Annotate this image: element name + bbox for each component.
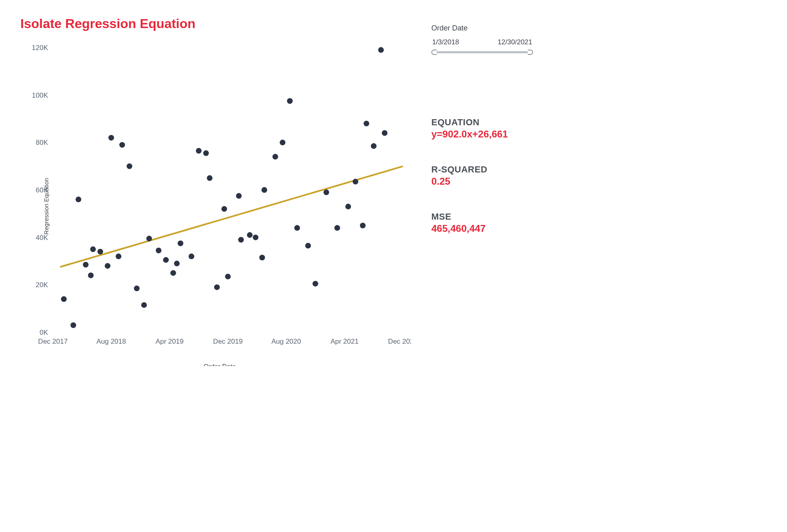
side-column: Order Date 1/3/2018 12/30/2021 EQUATION … — [419, 35, 533, 366]
data-point[interactable] — [214, 284, 220, 290]
data-point[interactable] — [196, 148, 201, 154]
data-point[interactable] — [90, 246, 96, 252]
data-point[interactable] — [127, 164, 132, 169]
mse-label: MSE — [431, 211, 533, 222]
x-tick-label: Dec 2021 — [388, 338, 411, 345]
data-point[interactable] — [262, 187, 267, 193]
layout-row: Regression Equation 0K20K40K60K80K100K12… — [20, 35, 533, 366]
data-point[interactable] — [178, 240, 184, 246]
data-point[interactable] — [287, 98, 293, 104]
y-axis-label: Regression Equation — [43, 178, 50, 234]
data-point[interactable] — [207, 175, 212, 181]
data-point[interactable] — [163, 257, 169, 263]
data-point[interactable] — [305, 243, 311, 249]
data-point[interactable] — [238, 237, 244, 243]
slider-track — [434, 51, 531, 53]
data-point[interactable] — [171, 270, 176, 276]
y-tick-label: 100K — [32, 92, 48, 99]
data-point[interactable] — [221, 206, 227, 212]
data-point[interactable] — [324, 190, 329, 195]
r-squared-label: R-SQUARED — [431, 164, 533, 175]
data-point[interactable] — [360, 223, 365, 229]
data-point[interactable] — [236, 193, 242, 199]
data-point[interactable] — [280, 140, 285, 145]
x-tick-label: Dec 2019 — [213, 338, 243, 345]
y-tick-label: 80K — [36, 139, 48, 146]
data-point[interactable] — [108, 135, 114, 141]
data-point[interactable] — [88, 273, 94, 278]
data-point[interactable] — [203, 150, 209, 156]
data-point[interactable] — [76, 196, 81, 202]
data-point[interactable] — [174, 261, 180, 266]
mse-value: 465,460,447 — [431, 223, 533, 234]
data-point[interactable] — [382, 130, 387, 136]
r-squared-value: 0.25 — [431, 176, 533, 187]
chart-column: Regression Equation 0K20K40K60K80K100K12… — [20, 35, 419, 366]
data-point[interactable] — [378, 47, 384, 53]
data-point[interactable] — [253, 235, 258, 240]
data-point[interactable] — [134, 286, 140, 291]
y-tick-label: 120K — [32, 44, 48, 52]
equation-block: EQUATION y=902.0x+26,661 — [431, 117, 533, 140]
data-point[interactable] — [225, 274, 231, 279]
date-filter-label: Order Date — [431, 24, 533, 33]
data-point[interactable] — [70, 323, 76, 328]
data-point[interactable] — [247, 232, 253, 238]
y-tick-label: 20K — [36, 281, 48, 289]
x-tick-label: Aug 2020 — [271, 338, 301, 345]
y-tick-label: 40K — [36, 234, 48, 242]
x-axis-label: Order Date — [203, 363, 236, 366]
date-range-slider[interactable] — [431, 48, 533, 56]
r-squared-block: R-SQUARED 0.25 — [431, 164, 533, 187]
slider-handle-start[interactable] — [431, 50, 437, 55]
chart-container: Regression Equation 0K20K40K60K80K100K12… — [20, 44, 419, 366]
dashboard-frame: Isolate Regression Equation Regression E… — [0, 0, 553, 366]
data-point[interactable] — [156, 248, 162, 253]
date-filter-end: 12/30/2021 — [498, 38, 532, 46]
data-point[interactable] — [97, 249, 103, 255]
y-tick-label: 0K — [39, 329, 48, 336]
regression-scatter-chart: 0K20K40K60K80K100K120KDec 2017Aug 2018Ap… — [20, 44, 411, 357]
x-tick-label: Aug 2018 — [96, 338, 126, 345]
data-point[interactable] — [313, 281, 318, 286]
regression-line — [60, 166, 403, 267]
x-tick-label: Apr 2019 — [155, 338, 184, 345]
data-point[interactable] — [61, 296, 67, 302]
data-point[interactable] — [188, 253, 194, 259]
date-filter-range: 1/3/2018 12/30/2021 — [431, 38, 533, 46]
equation-value: y=902.0x+26,661 — [431, 129, 533, 140]
data-point[interactable] — [294, 225, 300, 231]
equation-label: EQUATION — [431, 117, 533, 128]
data-point[interactable] — [272, 154, 278, 159]
x-tick-label: Dec 2017 — [38, 338, 68, 345]
data-point[interactable] — [345, 204, 351, 209]
data-point[interactable] — [119, 142, 125, 148]
data-point[interactable] — [259, 255, 265, 260]
data-point[interactable] — [141, 302, 147, 308]
data-point[interactable] — [334, 225, 340, 231]
data-point[interactable] — [105, 263, 110, 269]
data-point[interactable] — [353, 179, 359, 185]
data-point[interactable] — [146, 236, 152, 242]
data-point[interactable] — [363, 121, 369, 126]
data-point[interactable] — [116, 253, 121, 259]
x-tick-label: Apr 2021 — [330, 338, 359, 345]
data-point[interactable] — [371, 143, 376, 149]
date-filter-start: 1/3/2018 — [432, 38, 459, 46]
slider-handle-end[interactable] — [528, 50, 533, 55]
mse-block: MSE 465,460,447 — [431, 211, 533, 234]
data-point[interactable] — [83, 262, 89, 268]
